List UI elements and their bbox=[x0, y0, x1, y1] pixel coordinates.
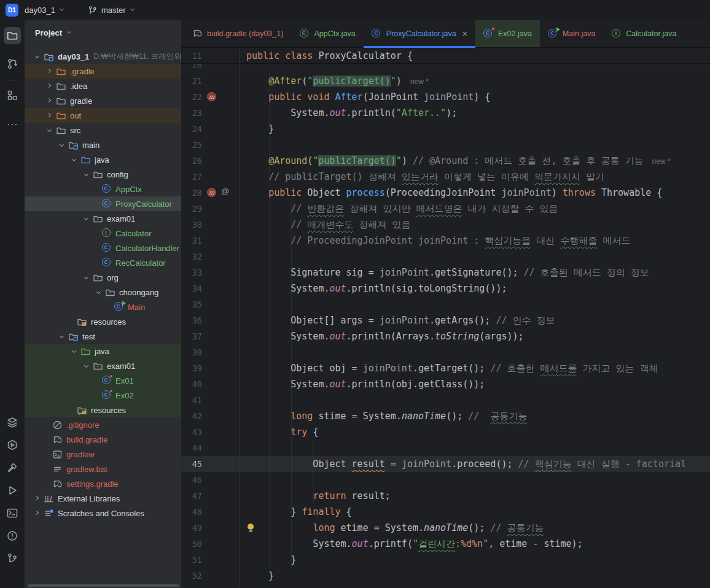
code-line-52[interactable]: 52 } bbox=[181, 568, 710, 584]
line-number[interactable]: 52 bbox=[181, 571, 202, 581]
tree-item-exam01[interactable]: exam01 bbox=[25, 358, 181, 373]
line-number[interactable]: 42 bbox=[181, 411, 202, 421]
line-number[interactable]: 50 bbox=[181, 539, 202, 549]
tree-item-CalculatorHandler[interactable]: CCalculatorHandler bbox=[25, 241, 181, 255]
commit-tool-icon[interactable] bbox=[4, 55, 21, 72]
code-line-43[interactable]: 43 try { bbox=[181, 424, 710, 440]
code-line-37[interactable]: 37 System.out.println(Arrays.toString(ar… bbox=[181, 328, 710, 344]
code-line-42[interactable]: 42 long stime = System.nanoTime(); // 공통… bbox=[181, 408, 710, 424]
run-tool-icon[interactable] bbox=[4, 482, 21, 499]
tree-item-src[interactable]: src bbox=[25, 123, 181, 137]
line-number[interactable]: 24 bbox=[181, 124, 202, 134]
tab-Main.java[interactable]: CMain.java bbox=[540, 20, 604, 47]
chevron-open-icon[interactable] bbox=[82, 358, 93, 373]
chevron-closed-icon[interactable] bbox=[45, 108, 56, 123]
tab-ProxyCalculator.java[interactable]: CProxyCalculator.java× bbox=[364, 20, 475, 47]
tree-item-RecCalculator[interactable]: CRecCalculator bbox=[25, 255, 181, 270]
code-line-32[interactable]: 32 bbox=[181, 249, 710, 265]
intention-bulb-icon[interactable] bbox=[248, 524, 254, 532]
code-line-25[interactable]: 25 bbox=[181, 137, 710, 153]
code-line-29[interactable]: 29 // 반환값은 정해져 있지만 메서드명은 내가 지정할 수 있음 bbox=[181, 201, 710, 217]
line-number[interactable]: 44 bbox=[181, 443, 202, 453]
tree-item-gradlew[interactable]: gradlew bbox=[25, 447, 181, 462]
tree-item-Ex01[interactable]: CEx01 bbox=[25, 373, 181, 388]
code-line-40[interactable]: 40 System.out.println(obj.getClass()); bbox=[181, 376, 710, 392]
tree-item-resources[interactable]: resources bbox=[25, 403, 181, 417]
chevron-closed-icon[interactable] bbox=[45, 64, 56, 79]
terminal-tool-icon[interactable] bbox=[4, 505, 21, 522]
build-tool-icon[interactable] bbox=[4, 459, 21, 476]
line-number[interactable]: 47 bbox=[181, 491, 202, 501]
tree-item-org[interactable]: org bbox=[25, 270, 181, 285]
tab-AppCtx.java[interactable]: CAppCtx.java bbox=[291, 20, 363, 47]
code-line-45[interactable]: 45 Object result = joinPoint.proceed(); … bbox=[181, 456, 710, 472]
code-line-47[interactable]: 47 return result; bbox=[181, 488, 710, 504]
code-line-26[interactable]: 26 @Around("publicTarget()") // @Around … bbox=[181, 153, 710, 169]
line-number[interactable]: 22 bbox=[181, 92, 202, 102]
tree-item-config[interactable]: config bbox=[25, 167, 181, 182]
tree-item-.gradle[interactable]: .gradle bbox=[25, 64, 181, 79]
chevron-closed-icon[interactable] bbox=[45, 93, 56, 108]
more-tools-icon[interactable] bbox=[4, 116, 21, 133]
code-line-23[interactable]: 23 System.out.println("After.."); bbox=[181, 105, 710, 121]
run-anything-icon[interactable] bbox=[4, 436, 21, 454]
tree-item-settings.gradle[interactable]: settings.gradle bbox=[25, 476, 181, 491]
line-number[interactable]: 35 bbox=[181, 300, 202, 309]
sticky-code-line-11[interactable]: 11public class ProxyCalculator { bbox=[181, 48, 710, 64]
tree-item-.idea[interactable]: .idea bbox=[25, 79, 181, 93]
code-line-28[interactable]: 28m@ public Object process(ProceedingJoi… bbox=[181, 185, 710, 201]
chevron-open-icon[interactable] bbox=[70, 344, 80, 358]
tree-item-.gitignore[interactable]: .gitignore bbox=[25, 417, 181, 432]
project-panel-header[interactable]: Project bbox=[25, 20, 181, 45]
problems-tool-icon[interactable] bbox=[4, 527, 21, 544]
line-number[interactable]: 21 bbox=[181, 76, 202, 86]
line-number[interactable]: 41 bbox=[181, 395, 202, 405]
branch-selector[interactable]: master bbox=[82, 2, 141, 17]
aspect-advice-icon[interactable]: m bbox=[207, 92, 216, 101]
tab-Ex02.java[interactable]: CEx02.java bbox=[475, 20, 540, 47]
line-number[interactable]: 30 bbox=[181, 220, 202, 230]
tree-item-ProxyCalculator[interactable]: CProxyCalculator bbox=[25, 196, 181, 211]
code-line-35[interactable]: 35 bbox=[181, 296, 710, 312]
code-line-41[interactable]: 41 bbox=[181, 392, 710, 408]
line-number[interactable]: 25 bbox=[181, 140, 202, 150]
tree-item-build.gradle[interactable]: build.gradle bbox=[25, 432, 181, 447]
chevron-open-icon[interactable] bbox=[45, 123, 56, 137]
code-line-36[interactable]: 36 Object[] args = joinPoint.getArgs(); … bbox=[181, 312, 710, 328]
code-line-49[interactable]: 49 long etime = System.nanoTime(); // 공통… bbox=[181, 520, 710, 536]
tree-item-gradlew.bat[interactable]: gradlew.bat bbox=[25, 462, 181, 476]
tree-item-exam01[interactable]: exam01 bbox=[25, 211, 181, 226]
line-number[interactable]: 33 bbox=[181, 268, 202, 277]
tree-item-main[interactable]: main bbox=[25, 137, 181, 152]
chevron-open-icon[interactable] bbox=[82, 211, 93, 226]
chevron-open-icon[interactable] bbox=[58, 137, 68, 152]
code-line-34[interactable]: 34 System.out.println(sig.toLongString()… bbox=[181, 280, 710, 296]
tab-Calculator.java[interactable]: ICalculator.java bbox=[603, 20, 684, 47]
tree-item-choongang[interactable]: choongang bbox=[25, 285, 181, 300]
version-control-tool-icon[interactable] bbox=[4, 550, 21, 567]
tree-item-AppCtx[interactable]: CAppCtx bbox=[25, 182, 181, 196]
line-number[interactable]: 28 bbox=[181, 188, 202, 198]
code-vision-inlay[interactable]: new * bbox=[410, 77, 429, 86]
line-number[interactable]: 39 bbox=[181, 363, 202, 373]
line-number[interactable]: 37 bbox=[181, 331, 202, 341]
chevron-open-icon[interactable] bbox=[95, 285, 105, 300]
code-line-38[interactable]: 38 bbox=[181, 344, 710, 360]
tree-item-java[interactable]: java bbox=[25, 152, 181, 167]
line-number[interactable]: 46 bbox=[181, 475, 202, 485]
line-number[interactable]: 26 bbox=[181, 156, 202, 166]
line-number[interactable]: 49 bbox=[181, 523, 202, 533]
tree-item-Main[interactable]: CMain bbox=[25, 300, 181, 314]
line-number[interactable]: 20 bbox=[181, 64, 202, 69]
tree-item-ExternalLibraries[interactable]: External Libraries bbox=[25, 491, 181, 506]
tree-item-Ex02[interactable]: CEx02 bbox=[25, 388, 181, 403]
code-line-46[interactable]: 46 bbox=[181, 472, 710, 488]
line-number[interactable]: 48 bbox=[181, 507, 202, 517]
line-number[interactable]: 34 bbox=[181, 284, 202, 293]
line-number[interactable]: 32 bbox=[181, 252, 202, 261]
services-tool-icon[interactable] bbox=[4, 414, 21, 431]
aspect-advice-icon[interactable]: m bbox=[207, 188, 216, 197]
code-vision-inlay[interactable]: new * bbox=[652, 157, 671, 166]
code-line-33[interactable]: 33 Signature sig = joinPoint.getSignatur… bbox=[181, 265, 710, 280]
line-number[interactable]: 36 bbox=[181, 315, 202, 325]
